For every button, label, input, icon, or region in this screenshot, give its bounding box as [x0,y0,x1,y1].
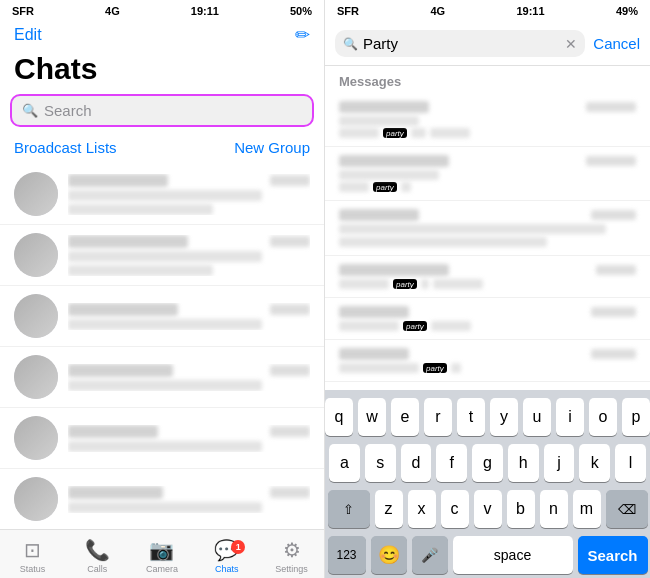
chat-list [0,164,324,529]
key-s[interactable]: s [365,444,396,482]
keyboard-row-2: a s d f g h j k l [329,444,646,482]
key-123[interactable]: 123 [328,536,366,574]
tab-status[interactable]: ⊡ Status [0,534,65,574]
avatar [14,294,58,338]
status-icon: ⊡ [24,538,41,562]
keyboard-row-3: ⇧ z x c v b n m ⌫ [329,490,646,528]
search-placeholder: Search [44,102,92,119]
list-item[interactable] [0,164,324,225]
key-p[interactable]: p [622,398,650,436]
key-l[interactable]: l [615,444,646,482]
key-e[interactable]: e [391,398,419,436]
key-o[interactable]: o [589,398,617,436]
key-mic[interactable]: 🎤 [412,536,448,574]
tab-status-label: Status [20,564,46,574]
tab-chats-label: Chats [215,564,239,574]
party-highlight: party [423,363,447,373]
chats-icon-wrap: 💬 1 [214,538,239,562]
key-f[interactable]: f [436,444,467,482]
search-input[interactable]: Party [363,35,560,52]
broadcast-row: Broadcast Lists New Group [0,135,324,164]
new-group-link[interactable]: New Group [234,139,310,156]
chat-content [68,425,310,452]
chat-content [68,235,310,276]
avatar [14,172,58,216]
key-r[interactable]: r [424,398,452,436]
compose-icon[interactable]: ✏ [295,24,310,46]
key-j[interactable]: j [544,444,575,482]
cancel-button[interactable]: Cancel [593,35,640,52]
tab-camera-label: Camera [146,564,178,574]
key-backspace[interactable]: ⌫ [606,490,648,528]
tab-calls[interactable]: 📞 Calls [65,534,130,574]
right-network: 4G [430,5,445,17]
list-item[interactable]: party [325,147,650,201]
key-h[interactable]: h [508,444,539,482]
key-emoji[interactable]: 😊 [371,536,407,574]
broadcast-lists-link[interactable]: Broadcast Lists [14,139,117,156]
avatar [14,416,58,460]
search-button[interactable]: Search [578,536,648,574]
tab-settings-label: Settings [275,564,308,574]
key-u[interactable]: u [523,398,551,436]
key-g[interactable]: g [472,444,503,482]
list-item[interactable]: party [325,93,650,147]
left-status-bar: SFR 4G 19:11 50% [0,0,324,22]
edit-button[interactable]: Edit [14,26,42,44]
chats-badge: 1 [231,540,245,554]
key-t[interactable]: t [457,398,485,436]
list-item[interactable] [0,225,324,286]
messages-section-header: Messages [325,66,650,93]
message-results: party party [325,93,650,390]
tab-calls-label: Calls [87,564,107,574]
party-highlight: party [373,182,397,192]
key-i[interactable]: i [556,398,584,436]
list-item[interactable] [0,469,324,529]
right-panel: SFR 4G 19:11 49% 🔍 Party ✕ Cancel Messag… [325,0,650,578]
chats-title: Chats [0,52,324,94]
tab-settings[interactable]: ⚙ Settings [259,534,324,574]
key-v[interactable]: v [474,490,502,528]
right-carrier: SFR [337,5,359,17]
key-y[interactable]: y [490,398,518,436]
tab-camera[interactable]: 📷 Camera [130,534,195,574]
key-n[interactable]: n [540,490,568,528]
calls-icon: 📞 [85,538,110,562]
key-w[interactable]: w [358,398,386,436]
key-m[interactable]: m [573,490,601,528]
key-q[interactable]: q [325,398,353,436]
left-time: 19:11 [191,5,219,17]
key-a[interactable]: a [329,444,360,482]
avatar [14,355,58,399]
list-item[interactable]: party [325,256,650,298]
party-highlight: party [393,279,417,289]
key-b[interactable]: b [507,490,535,528]
list-item[interactable] [325,201,650,256]
key-d[interactable]: d [401,444,432,482]
left-panel: SFR 4G 19:11 50% Edit ✏ Chats 🔍 Search B… [0,0,325,578]
search-box[interactable]: 🔍 Search [10,94,314,127]
keyboard-row-1: q w e r t y u i o p [329,398,646,436]
list-item[interactable] [0,286,324,347]
tab-chats[interactable]: 💬 1 Chats [194,534,259,574]
key-shift[interactable]: ⇧ [328,490,370,528]
settings-icon: ⚙ [283,538,301,562]
left-battery: 50% [290,5,312,17]
chat-content [68,486,310,513]
list-item[interactable]: party [325,298,650,340]
key-space[interactable]: space [453,536,573,574]
right-search-bar: 🔍 Party ✕ Cancel [325,22,650,66]
search-clear-button[interactable]: ✕ [565,36,577,52]
key-k[interactable]: k [579,444,610,482]
avatar [14,477,58,521]
avatar [14,233,58,277]
list-item[interactable] [0,408,324,469]
party-highlight: party [403,321,427,331]
search-input-wrap[interactable]: 🔍 Party ✕ [335,30,585,57]
key-x[interactable]: x [408,490,436,528]
list-item[interactable]: party [325,340,650,382]
list-item[interactable] [0,347,324,408]
key-c[interactable]: c [441,490,469,528]
key-z[interactable]: z [375,490,403,528]
search-icon: 🔍 [22,103,38,118]
